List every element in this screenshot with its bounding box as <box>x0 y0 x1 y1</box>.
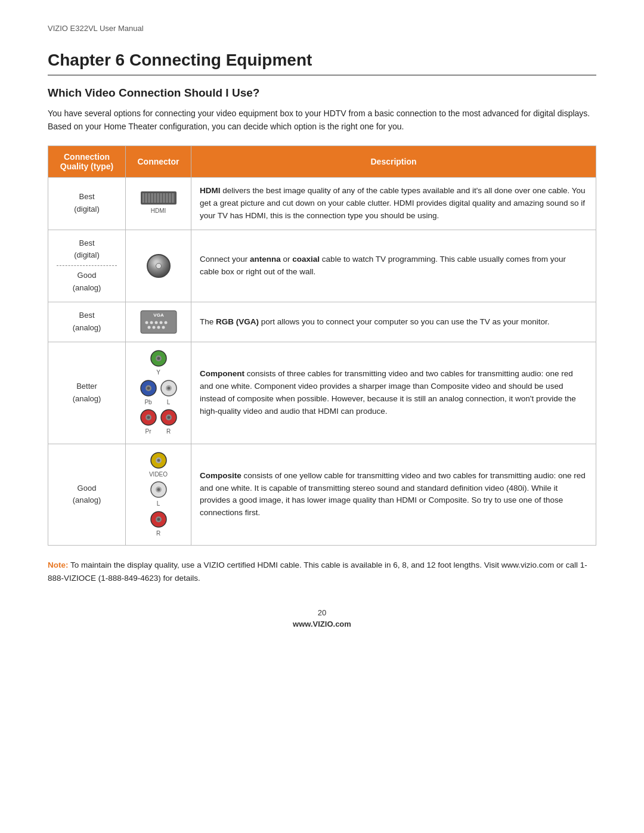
svg-point-6 <box>164 321 167 324</box>
svg-point-8 <box>152 326 155 329</box>
page-footer: 20 www.VIZIO.com <box>48 608 596 628</box>
connection-table: Connection Quality (type) Connector Desc… <box>48 145 596 546</box>
vga-shape-svg: VGA <box>140 309 178 335</box>
note-content: To maintain the display quality, use a V… <box>48 561 587 583</box>
svg-point-9 <box>157 326 160 329</box>
col-header-quality: Connection Quality (type) <box>48 145 126 177</box>
connector-cell-hdmi: HDMI <box>126 177 191 230</box>
rca-y: Y <box>150 349 168 377</box>
rca-pr: Pr <box>140 408 157 436</box>
col-header-connector: Connector <box>126 145 191 177</box>
rca-pb: Pb <box>140 379 157 407</box>
quality-cell-vga: Best(analog) <box>48 302 126 342</box>
svg-point-3 <box>150 321 153 324</box>
svg-point-34 <box>157 518 160 521</box>
hdmi-label: HDMI <box>151 206 166 216</box>
rca-composite-r: R <box>150 510 168 538</box>
manual-title: VIZIO E322VL User Manual <box>48 24 596 33</box>
quality-cell-component: Better(analog) <box>48 342 126 444</box>
svg-point-31 <box>157 488 160 491</box>
quality-cell-composite: Good(analog) <box>48 444 126 546</box>
chapter-title: Chapter 6 Connecting Equipment <box>48 51 596 76</box>
svg-point-10 <box>162 326 165 329</box>
rca-l: L <box>160 379 178 407</box>
svg-point-2 <box>145 321 148 324</box>
connector-cell-component: Y Pb <box>126 342 191 444</box>
table-row: Good(analog) VIDEO <box>48 444 596 546</box>
note-label: Note: <box>48 561 69 569</box>
svg-point-5 <box>159 321 162 324</box>
hdmi-connector-icon: HDMI <box>134 191 182 216</box>
vga-connector-icon: VGA <box>134 309 182 335</box>
coaxial-connector-icon <box>134 254 182 278</box>
footer-website: www.VIZIO.com <box>48 620 596 628</box>
desc-cell-coaxial: Connect your antenna or coaxial cable to… <box>191 230 596 302</box>
svg-point-13 <box>157 357 160 360</box>
svg-text:VGA: VGA <box>153 312 164 318</box>
table-row: Better(analog) Y <box>48 342 596 444</box>
hdmi-shape <box>141 191 177 205</box>
desc-cell-composite: Composite consists of one yellow cable f… <box>191 444 596 546</box>
component-connector-icon: Y Pb <box>134 349 182 436</box>
quality-cell-coaxial: Best(digital) Good(analog) <box>48 230 126 302</box>
connector-cell-vga: VGA <box>126 302 191 342</box>
table-row: Best(analog) VGA <box>48 302 596 342</box>
desc-cell-hdmi: HDMI delivers the best image quality of … <box>191 177 596 230</box>
page-number: 20 <box>48 608 596 617</box>
section-title: Which Video Connection Should I Use? <box>48 86 596 100</box>
connector-cell-coaxial <box>126 230 191 302</box>
svg-point-4 <box>154 321 157 324</box>
svg-point-25 <box>167 416 170 419</box>
svg-point-7 <box>147 326 150 329</box>
svg-point-28 <box>157 459 160 462</box>
coaxial-inner <box>156 263 162 269</box>
composite-connector-icon: VIDEO L <box>134 451 182 538</box>
coaxial-shape <box>147 254 171 278</box>
svg-point-16 <box>147 386 150 389</box>
desc-cell-component: Component consists of three cables for t… <box>191 342 596 444</box>
col-header-description: Description <box>191 145 596 177</box>
rca-composite-l: L <box>150 481 168 509</box>
table-row: Best(digital) HDMI HDMI delivers the bes… <box>48 177 596 230</box>
quality-divider <box>57 265 117 266</box>
intro-paragraph: You have several options for connecting … <box>48 107 596 134</box>
table-row: Best(digital) Good(analog) Connect your … <box>48 230 596 302</box>
rca-r: R <box>160 408 178 436</box>
svg-point-19 <box>167 386 170 389</box>
note-paragraph: Note: To maintain the display quality, u… <box>48 559 596 584</box>
desc-cell-vga: The RGB (VGA) port allows you to connect… <box>191 302 596 342</box>
rca-video: VIDEO <box>149 451 168 479</box>
quality-cell-hdmi: Best(digital) <box>48 177 126 230</box>
svg-point-22 <box>147 416 150 419</box>
connector-cell-composite: VIDEO L <box>126 444 191 546</box>
